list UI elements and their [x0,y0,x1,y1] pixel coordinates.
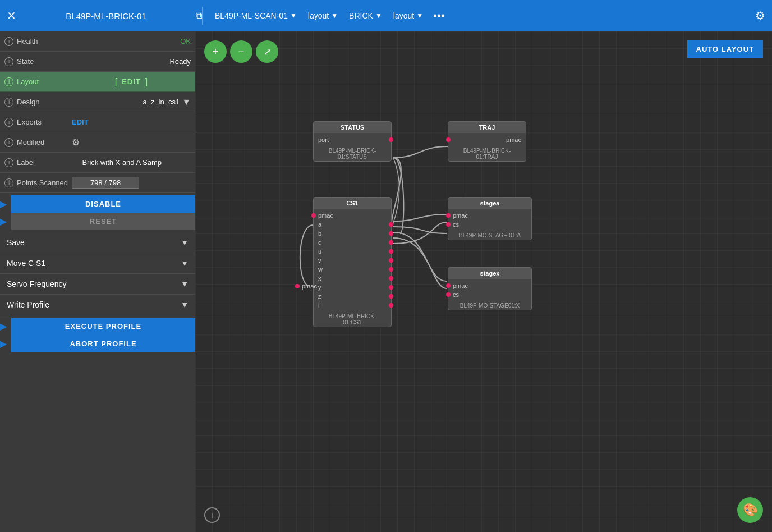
write-profile-accordion-chevron: ▼ [181,300,189,309]
canvas-palette-button[interactable]: 🎨 [737,497,763,523]
stagex-cs-dot [446,292,451,297]
cs1-node-subtitle: BL49P-ML-BRICK-01:CS1 [314,312,391,327]
cs1-pmac-dot-left [311,213,316,218]
save-accordion-label: Save [7,238,25,247]
graph-container: STATUS port BL49P-ML-BRICK-01:STATUS TRA… [195,31,772,532]
close-button[interactable]: ✕ [7,9,16,22]
disable-button[interactable]: DISABLE [11,195,195,213]
auto-layout-button[interactable]: AUTO LAYOUT [687,40,763,58]
move-cs1-accordion-header[interactable]: Move C S1 ▼ [0,253,195,273]
exports-info-icon[interactable]: i [4,118,13,127]
status-node[interactable]: STATUS port BL49P-ML-BRICK-01:STATUS [313,121,392,162]
label-prop-label: i Label [4,158,72,167]
cs1-i-row: i [318,301,387,310]
stagex-pmac-row: pmac [453,281,527,290]
nav-layout1-item[interactable]: layout ▼ [305,9,341,22]
tab-title: BL49P-ML-BRICK-01 [23,11,189,21]
execute-action-row: ▶ EXECUTE PROFILE [0,315,195,335]
traj-node-body: pmac [448,133,526,146]
points-scanned-row: i Points Scanned [0,173,195,193]
cs1-v-dot [389,258,393,263]
stagea-pmac-dot [446,213,451,218]
execute-play-icon: ▶ [0,321,7,332]
abort-action-row: ▶ ABORT PROFILE [0,335,195,355]
exports-row: i Exports EDIT [0,112,195,132]
exports-edit-button[interactable]: EDIT [72,118,89,126]
status-port-label: port [318,136,329,143]
layout-edit-area: [ EDIT ] [72,77,191,87]
health-info-icon[interactable]: i [4,37,13,46]
status-port-row: port [318,135,387,144]
write-profile-accordion-header[interactable]: Write Profile ▼ [0,295,195,315]
zoom-in-button[interactable]: + [204,40,227,63]
fit-button[interactable]: ⤢ [256,40,278,63]
health-value: OK [72,37,191,45]
nav-layout1-label: layout [308,11,329,20]
settings-button[interactable]: ⚙ [755,9,765,22]
layout-edit-button[interactable]: EDIT [122,77,141,86]
layout-label: i Layout [4,77,72,86]
stagea-cs-dot [446,222,451,227]
state-row: i State Ready [0,52,195,72]
servo-freq-accordion-label: Servo Frequency [7,279,67,288]
disable-play-icon: ▶ [0,199,7,209]
disable-action-row: ▶ DISABLE [0,193,195,213]
cs1-x-dot [389,276,393,281]
cs1-c-dot [389,240,393,245]
pmac-external-dot [295,284,300,288]
abort-play-icon: ▶ [0,338,7,349]
modified-gear-icon[interactable]: ⚙ [72,137,80,148]
nav-scan-label: BL49P-ML-SCAN-01 [215,11,288,20]
stagea-node-title: stagea [448,198,531,209]
servo-freq-accordion-chevron: ▼ [181,279,189,288]
abort-profile-button[interactable]: ABORT PROFILE [11,335,195,352]
layout-info-icon[interactable]: i [4,77,13,86]
nav-layout2-item[interactable]: layout ▼ [390,9,426,22]
reset-action-row: ▶ RESET [0,213,195,232]
zoom-out-button[interactable]: − [230,40,252,63]
stagea-pmac-row: pmac [453,211,527,220]
traj-pmac-dot [446,137,451,142]
modified-info-icon[interactable]: i [4,138,13,147]
save-accordion-header[interactable]: Save ▼ [0,232,195,253]
label-input[interactable] [72,158,162,167]
servo-freq-accordion-header[interactable]: Servo Frequency ▼ [0,274,195,294]
status-node-body: port [314,133,391,146]
right-bracket-icon: ] [145,77,148,87]
stagex-pmac-dot [446,283,451,288]
cs1-node[interactable]: CS1 pmac a b [313,197,392,327]
cs1-a-dot [389,222,393,227]
more-button[interactable]: ••• [433,10,445,22]
nav-brick-item[interactable]: BRICK ▼ [346,9,385,22]
external-link-icon[interactable]: ⧉ [196,11,202,21]
cs1-pmac-row: pmac [318,211,387,220]
nav-scan-item[interactable]: BL49P-ML-SCAN-01 ▼ [212,9,300,22]
state-info-icon[interactable]: i [4,57,13,66]
cs1-z-dot [389,294,393,299]
points-scanned-input[interactable] [72,177,139,189]
design-info-icon[interactable]: i [4,98,13,107]
cs1-node-body: pmac a b c [314,209,391,312]
execute-profile-button[interactable]: EXECUTE PROFILE [11,318,195,335]
label-info-icon[interactable]: i [4,158,13,167]
stagex-node[interactable]: stagex pmac cs BL49P [448,267,532,310]
stagea-node[interactable]: stagea pmac cs BL49P [448,197,532,240]
cs1-c-row: c [318,238,387,247]
canvas-area[interactable]: + − ⤢ AUTO LAYOUT [195,31,772,532]
design-chevron-icon[interactable]: ▼ [182,97,191,107]
status-node-subtitle: BL49P-ML-BRICK-01:STATUS [314,146,391,161]
points-scanned-label: i Points Scanned [4,178,72,187]
move-cs1-accordion: Move C S1 ▼ [0,253,195,274]
points-scanned-info-icon[interactable]: i [4,178,13,187]
move-cs1-accordion-chevron: ▼ [181,259,189,268]
cs1-v-row: v [318,256,387,265]
traj-node-subtitle: BL49P-ML-BRICK-01:TRAJ [448,146,526,161]
canvas-info-button[interactable]: i [204,507,220,523]
cs1-node-title: CS1 [314,198,391,209]
state-label: i State [4,57,72,66]
nav-layout1-chevron: ▼ [331,12,338,20]
exports-label: i Exports [4,118,72,127]
nav-scan-chevron: ▼ [290,12,297,20]
traj-node[interactable]: TRAJ pmac BL49P-ML-BRICK-01:TRAJ [448,121,526,162]
reset-button[interactable]: RESET [11,213,195,230]
